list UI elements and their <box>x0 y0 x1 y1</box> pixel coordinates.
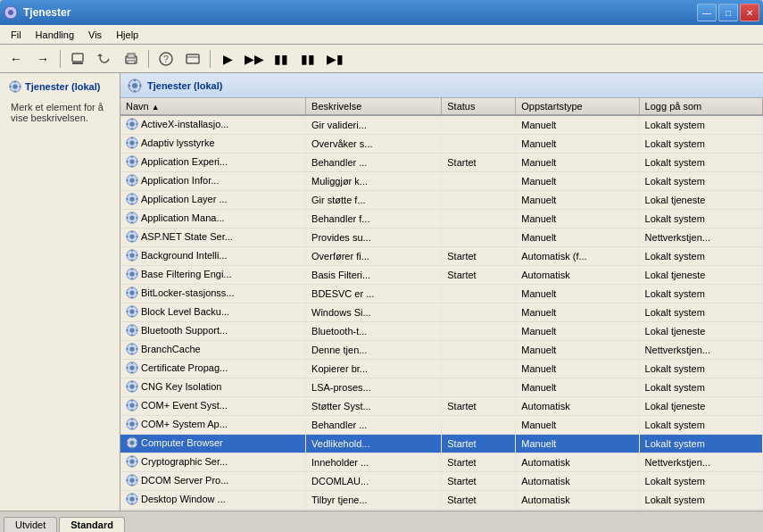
tab-standard[interactable]: Standard <box>59 517 125 532</box>
help-button[interactable]: ? <box>153 47 178 71</box>
services-header-icon <box>128 79 142 93</box>
service-name: Base Filtering Engi... <box>120 266 306 285</box>
svg-point-45 <box>131 184 133 186</box>
table-row[interactable]: CNG Key Isolation LSA-proses... Manuelt … <box>120 378 763 397</box>
sidebar-item-services[interactable]: Tjenester (lokal) <box>4 77 116 96</box>
table-row[interactable]: Application Infor... Muliggjør k... Manu… <box>120 172 763 191</box>
table-row[interactable]: ActiveX-installasjо... Gir valideri... M… <box>120 115 763 135</box>
service-desc: Registrerer ... <box>306 510 442 511</box>
pause-button[interactable]: ▮▮ <box>295 47 320 71</box>
table-row[interactable]: Application Layer ... Gir støtte f... Ma… <box>120 191 763 210</box>
svg-point-26 <box>131 119 133 121</box>
print-button[interactable] <box>119 47 144 71</box>
svg-point-28 <box>127 123 129 125</box>
stop-button[interactable]: ▮▮ <box>269 47 294 71</box>
back-button[interactable]: ← <box>4 47 29 71</box>
table-row[interactable]: COM+ System Ap... Behandler ... Manuelt … <box>120 416 763 435</box>
svg-point-50 <box>131 194 133 195</box>
table-row[interactable]: Base Filtering Engi... Basis Filteri... … <box>120 266 763 285</box>
table-row[interactable]: Cryptographic Ser... Inneholder ... Star… <box>120 453 763 472</box>
col-header-status[interactable]: Status <box>442 98 516 115</box>
service-icon <box>126 230 138 243</box>
services-table-wrapper[interactable]: Navn ▲ Beskrivelse Status Oppstartstype … <box>120 98 763 511</box>
svg-point-103 <box>129 365 134 370</box>
table-row[interactable]: Computer Browser Vedlikehold... Startet … <box>120 435 763 453</box>
service-logon: Lokalt system <box>639 135 762 154</box>
menu-hjelp[interactable]: Hjelp <box>109 28 145 42</box>
close-button[interactable]: ✕ <box>740 4 759 21</box>
service-desc: Støtter Syst... <box>306 397 442 416</box>
service-startup: Manuelt <box>516 285 639 303</box>
svg-point-127 <box>129 440 134 445</box>
service-status <box>442 172 516 191</box>
svg-point-133 <box>129 459 134 463</box>
table-row[interactable]: ASP.NET State Ser... Provides su... Manu… <box>120 229 763 247</box>
table-row[interactable]: Certificate Propag... Kopierer br... Man… <box>120 360 763 378</box>
tab-utvidet[interactable]: Utvidet <box>4 517 57 532</box>
table-row[interactable]: Bluetooth Support... Bluetooth-t... Manu… <box>120 322 763 341</box>
table-row[interactable]: COM+ Event Syst... Støtter Syst... Start… <box>120 397 763 416</box>
table-row[interactable]: BranchCache Denne tjen... Manuelt Nettve… <box>120 341 763 360</box>
table-row[interactable]: Application Mana... Behandler f... Manue… <box>120 210 763 229</box>
service-startup: Automatisk <box>516 453 639 472</box>
service-icon <box>126 399 138 411</box>
table-row[interactable]: Background Intelli... Overfører fi... St… <box>120 247 763 266</box>
service-name: Application Layer ... <box>120 191 306 210</box>
col-header-name[interactable]: Navn ▲ <box>120 98 306 115</box>
service-startup: Manuelt <box>516 172 639 191</box>
forward-button[interactable]: → <box>30 47 55 71</box>
svg-point-71 <box>136 254 137 256</box>
svg-point-38 <box>131 156 133 158</box>
svg-point-93 <box>131 334 133 336</box>
minimize-button[interactable]: — <box>697 4 717 21</box>
svg-point-149 <box>136 498 137 500</box>
col-header-logon[interactable]: Logg på som <box>639 98 762 115</box>
service-icon <box>126 436 138 449</box>
menu-vis[interactable]: Vis <box>81 28 109 42</box>
play-button[interactable]: ▶ <box>215 47 240 71</box>
table-row[interactable]: Application Experi... Behandler ... Star… <box>120 154 763 172</box>
svg-point-112 <box>127 386 129 387</box>
table-row[interactable]: DCOM Server Pro... DCOMLAU... Startet Au… <box>120 472 763 491</box>
menu-handling[interactable]: Handling <box>29 28 81 42</box>
service-startup: Manuelt <box>516 378 639 397</box>
svg-point-70 <box>127 254 129 256</box>
table-row[interactable]: Desktop Window ... Tilbyr tjene... Start… <box>120 491 763 510</box>
svg-point-141 <box>131 484 133 486</box>
svg-point-37 <box>129 159 134 163</box>
col-header-desc[interactable]: Beskrivelse <box>306 98 442 115</box>
table-row[interactable]: Adaptiv lysstyrke Overvåker s... Manuelt… <box>120 135 763 154</box>
service-status: Startet <box>442 154 516 172</box>
service-logon: Lokalt system <box>639 154 762 172</box>
services-tbody: ActiveX-installasjо... Gir valideri... M… <box>120 115 763 511</box>
svg-point-125 <box>136 423 137 425</box>
svg-point-146 <box>131 494 133 495</box>
service-status <box>442 191 516 210</box>
service-status <box>442 135 516 154</box>
menu-fil[interactable]: Fil <box>4 28 29 42</box>
service-startup: Manuelt <box>516 115 639 135</box>
up-button[interactable] <box>65 47 90 71</box>
service-icon <box>126 305 138 318</box>
svg-point-122 <box>131 419 133 420</box>
table-area: Tjenester (lokal) Navn ▲ Beskrivelse Sta… <box>120 73 763 511</box>
svg-point-130 <box>127 442 129 444</box>
table-row[interactable]: DHCP-klient Registrerer ... Startet Auto… <box>120 510 763 511</box>
col-header-startup[interactable]: Oppstartstype <box>516 98 639 115</box>
service-desc: Behandler f... <box>306 210 442 229</box>
maximize-button[interactable]: □ <box>718 4 738 21</box>
service-status: Startet <box>442 453 516 472</box>
export-button[interactable] <box>180 47 205 71</box>
svg-point-67 <box>129 253 134 257</box>
service-name: COM+ Event Syst... <box>120 397 306 416</box>
table-row[interactable]: Block Level Backu... Windows Si... Manue… <box>120 303 763 322</box>
skip-button[interactable]: ▶▮ <box>322 47 347 71</box>
refresh-button[interactable] <box>92 47 117 71</box>
svg-point-100 <box>127 348 129 350</box>
separator-3 <box>210 50 211 68</box>
table-row[interactable]: BitLocker-stasjonss... BDESVC er ... Man… <box>120 285 763 303</box>
service-icon <box>126 287 138 299</box>
fast-forward-button[interactable]: ▶▶ <box>242 47 267 71</box>
svg-point-129 <box>131 446 133 448</box>
service-logon: Nettverkstjen... <box>639 453 762 472</box>
